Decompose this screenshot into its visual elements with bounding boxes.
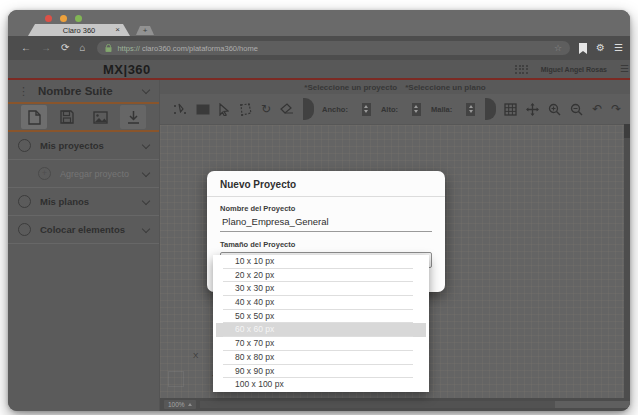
rectangle-tool[interactable] [196, 104, 210, 115]
chrome-actions: ⚙ ☰ [579, 43, 622, 54]
sidebar-item-mis-proyectos[interactable]: Mis proyectos [8, 132, 159, 160]
apps-grid-icon[interactable] [515, 65, 528, 74]
horizontal-scrollbar-thumb[interactable] [555, 401, 630, 408]
url-scheme: https:// [117, 44, 140, 53]
browser-tab[interactable]: Claro 360 × [28, 24, 130, 36]
suite-header[interactable]: ⋮ Nombre Suite [8, 80, 159, 104]
vertical-scrollbar[interactable] [624, 124, 630, 398]
chevron-down-icon[interactable] [142, 85, 150, 93]
sidebar-item-label: Agregar proyecto [60, 169, 129, 179]
home-icon[interactable]: ⌂ [79, 43, 85, 53]
sidebar: ⋮ Nombre Suite Mis proyectos + Ag [8, 80, 160, 411]
selection-hints: *Seleccione un proyecto *Seleccione un p… [160, 80, 630, 94]
toolbar-group-handle[interactable] [485, 98, 496, 120]
zoom-level-control[interactable]: 100% [164, 400, 196, 409]
minimize-window-button[interactable] [60, 15, 67, 22]
bookmarks-icon[interactable] [579, 43, 587, 54]
sidebar-item-label: Mis proyectos [40, 140, 104, 151]
sidebar-item-mis-planos[interactable]: Mis planos [8, 188, 159, 216]
undo-button[interactable]: ↶ [592, 103, 602, 115]
back-icon[interactable]: ← [21, 43, 31, 53]
height-stepper[interactable] [412, 103, 421, 116]
lock-icon [105, 44, 112, 52]
close-tab-icon[interactable]: × [115, 25, 120, 35]
settings-gear-icon[interactable]: ⚙ [596, 43, 605, 53]
new-file-icon [28, 110, 41, 125]
circle-plus-icon: + [38, 167, 51, 180]
size-option[interactable]: 30 x 30 px [213, 282, 429, 296]
project-name-input[interactable]: Plano_Empresa_General [220, 216, 432, 232]
image-button[interactable] [87, 105, 113, 129]
sidebar-toolbar [8, 104, 159, 132]
sidebar-item-agregar-proyecto[interactable]: + Agregar proyecto [8, 160, 159, 188]
size-option-selected[interactable]: 60 x 60 px [216, 323, 426, 337]
chevron-down-icon[interactable] [142, 224, 150, 232]
x-axis-label: X [193, 351, 198, 360]
size-option[interactable]: 100 x 100 px [213, 378, 429, 392]
polygon-select-tool[interactable] [238, 103, 252, 116]
tab-title: Claro 360 [63, 26, 96, 35]
circle-icon [18, 223, 31, 236]
size-option[interactable]: 40 x 40 px [213, 296, 429, 310]
suite-title: Nombre Suite [38, 85, 113, 97]
project-name-label: Nombre del Proyecto [220, 204, 432, 213]
browser-menu-icon[interactable]: ☰ [614, 43, 622, 53]
sidebar-item-label: Mis planos [40, 196, 89, 207]
editor-toolbar: ↻ Ancho: Alto: Malla: ↶ [160, 94, 630, 124]
eraser-tool[interactable] [280, 103, 294, 115]
size-option[interactable]: 10 x 10 px [213, 255, 429, 269]
horizontal-scrollbar[interactable] [200, 401, 618, 408]
app-menu-icon[interactable]: ☰ [620, 64, 628, 74]
canvas-origin-marker [168, 371, 184, 387]
height-field-label: Alto: [381, 105, 398, 114]
chevron-down-icon[interactable] [142, 196, 150, 204]
size-option[interactable]: 80 x 80 px [213, 351, 429, 365]
size-option[interactable]: 50 x 50 px [213, 310, 429, 324]
url-field[interactable]: https:// claro360.com/plataforma360/home… [97, 41, 570, 55]
cursor-tool[interactable] [219, 103, 229, 116]
image-icon [93, 111, 108, 124]
chevron-down-icon[interactable] [142, 168, 150, 176]
rotate-tool[interactable]: ↻ [261, 103, 271, 115]
pen-nodes-tool[interactable] [173, 103, 187, 116]
address-bar: ← → ⟳ ⌂ https:// claro360.com/plataforma… [8, 36, 630, 60]
size-options-dropdown: 10 x 10 px 20 x 20 px 30 x 30 px 40 x 40… [213, 255, 429, 392]
circle-icon [18, 139, 31, 152]
project-size-label: Tamaño del Proyecto [220, 240, 432, 249]
size-option[interactable]: 20 x 20 px [213, 269, 429, 283]
circle-icon [18, 195, 31, 208]
grid-stepper[interactable] [466, 103, 475, 116]
zoom-in-button[interactable] [548, 103, 561, 116]
download-button[interactable] [120, 105, 146, 129]
save-button[interactable] [54, 105, 80, 129]
size-option[interactable]: 90 x 90 px [213, 365, 429, 379]
modal-title: Nuevo Proyecto [207, 171, 445, 197]
url-text: claro360.com/plataforma360/home [142, 44, 258, 53]
zoom-out-button[interactable] [570, 103, 583, 116]
maximize-window-button[interactable] [75, 15, 82, 22]
new-tab-button[interactable]: + [136, 26, 154, 35]
zoom-level-value: 100% [168, 400, 185, 409]
size-option[interactable]: 70 x 70 px [213, 337, 429, 351]
close-window-button[interactable] [45, 15, 52, 22]
reload-icon[interactable]: ⟳ [61, 43, 69, 53]
download-icon [127, 110, 140, 124]
chevron-down-icon[interactable] [142, 140, 150, 148]
forward-icon[interactable]: → [41, 43, 51, 53]
sidebar-item-colocar-elementos[interactable]: Colocar elementos [8, 216, 159, 244]
select-project-hint: *Seleccione un proyecto [304, 83, 397, 92]
bookmark-star-icon[interactable]: ☆ [554, 44, 562, 53]
vertical-scrollbar-thumb[interactable] [624, 124, 630, 138]
kebab-icon[interactable]: ⋮ [18, 86, 29, 97]
width-stepper[interactable] [362, 103, 371, 116]
width-field-label: Ancho: [322, 105, 348, 114]
new-file-button[interactable] [21, 105, 47, 129]
grid-toggle-button[interactable] [504, 103, 517, 116]
move-tool[interactable] [526, 103, 539, 116]
redo-button[interactable]: ↷ [611, 103, 621, 115]
toolbar-group-handle[interactable] [303, 98, 314, 120]
tab-strip: Claro 360 × + [8, 24, 630, 36]
user-name[interactable]: Miguel Angel Rosas [541, 66, 607, 73]
status-bar: 100% [160, 398, 630, 411]
save-icon [60, 110, 74, 124]
